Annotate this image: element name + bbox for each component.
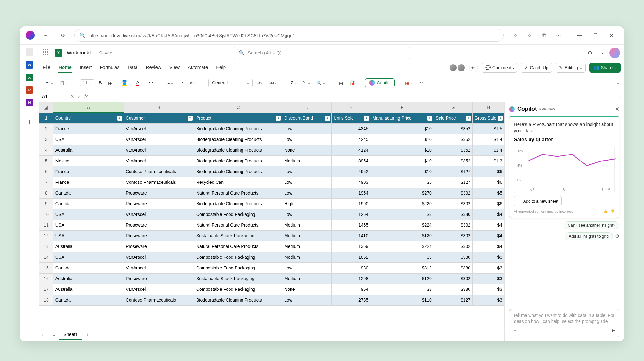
account-avatar[interactable] [609, 48, 620, 58]
row-header-1[interactable]: 1 [39, 113, 53, 123]
collections-icon[interactable]: ⧉ [538, 30, 550, 41]
cell[interactable]: $1,5 [473, 123, 504, 134]
cell[interactable]: 954 [331, 284, 370, 295]
suggestion-another-insight[interactable]: Can I see another insight? [564, 221, 619, 229]
cell[interactable]: Compostable Food Packaging [194, 209, 282, 220]
cell[interactable]: Australia [53, 284, 124, 295]
cell[interactable]: $10 [370, 123, 434, 134]
cell[interactable]: None [282, 145, 332, 155]
cell[interactable]: $3 [473, 295, 504, 305]
row-header-3[interactable]: 3 [39, 134, 53, 145]
cell[interactable]: 1052 [331, 252, 370, 262]
refresh-suggestions-button[interactable]: ⟳ [615, 233, 619, 239]
cell[interactable]: Low [282, 177, 332, 188]
cell[interactable]: $6 [473, 177, 504, 188]
cell[interactable]: $380 [434, 262, 472, 273]
cell[interactable]: Compostable Food Packaging [194, 284, 282, 295]
cell[interactable]: $380 [434, 209, 472, 220]
cell[interactable]: $380 [434, 252, 472, 262]
col-header-D[interactable]: D [282, 102, 332, 113]
cell[interactable]: Proseware [124, 273, 194, 284]
sort-button[interactable]: ᴬ↓⌵ [301, 79, 312, 87]
col-header-B[interactable]: B [124, 102, 194, 113]
name-box[interactable]: A1⌵ [39, 91, 67, 102]
col-header-H[interactable]: H [473, 102, 504, 113]
enter-formula-icon[interactable]: ✓ [77, 94, 81, 99]
cell[interactable]: VanArsdel [124, 284, 194, 295]
cell[interactable]: USA [53, 220, 124, 230]
cell[interactable]: Low [282, 295, 332, 305]
cell[interactable]: $1,3 [473, 155, 504, 166]
tab-insert[interactable]: Insert [79, 62, 92, 73]
cell[interactable]: 1410 [331, 230, 370, 241]
filter-dropdown-icon[interactable]: ▾ [466, 116, 471, 121]
undo-button[interactable]: ↶⌵ [44, 79, 55, 87]
cell[interactable]: $127 [434, 177, 472, 188]
table-header-gross-sale[interactable]: Gross Sale▾ [473, 113, 504, 123]
fill-color-button[interactable]: 🪣⌵ [120, 79, 132, 87]
cell[interactable]: Contoso Pharmaceuticals [124, 295, 194, 305]
cell[interactable]: $120 [370, 273, 434, 284]
increase-decimal-button[interactable]: .00↘ [267, 80, 278, 86]
close-copilot-button[interactable]: ✕ [615, 106, 619, 113]
tab-automate[interactable]: Automate [187, 62, 208, 73]
cell[interactable]: Proseware [124, 241, 194, 252]
cell[interactable]: $1,4 [473, 134, 504, 145]
minimize-button[interactable]: — [573, 30, 587, 41]
decrease-decimal-button[interactable]: .0↘ [255, 80, 264, 86]
cell[interactable]: Low [282, 123, 332, 134]
cell[interactable]: 1369 [331, 241, 370, 252]
cell[interactable]: Medium [282, 155, 332, 166]
cell[interactable]: $302 [434, 198, 472, 209]
filter-dropdown-icon[interactable]: ▾ [427, 116, 432, 121]
cell[interactable]: $4 [473, 220, 504, 230]
cell[interactable]: $4 [473, 241, 504, 252]
row-header-8[interactable]: 8 [39, 188, 53, 198]
cell[interactable]: 4345 [331, 123, 370, 134]
cell[interactable]: VanArsdel [124, 209, 194, 220]
row-header-14[interactable]: 14 [39, 252, 53, 262]
cell[interactable]: 1298 [331, 273, 370, 284]
cell[interactable]: Low [282, 166, 332, 177]
cell[interactable]: $127 [434, 166, 472, 177]
cell[interactable]: 3954 [331, 155, 370, 166]
tab-review[interactable]: Review [145, 62, 162, 73]
back-button[interactable]: ← [40, 30, 52, 41]
cell[interactable]: Australia [53, 241, 124, 252]
row-header-11[interactable]: 11 [39, 220, 53, 230]
cell[interactable]: High [282, 198, 332, 209]
rail-onenote[interactable]: N [26, 99, 33, 106]
cell[interactable]: Proseware [124, 230, 194, 241]
cell[interactable]: 1465 [331, 220, 370, 230]
tab-help[interactable]: Help [215, 62, 226, 73]
cell[interactable]: USA [53, 209, 124, 220]
cell[interactable]: 2785 [331, 295, 370, 305]
maximize-button[interactable]: ☐ [589, 30, 602, 41]
thumbs-up-button[interactable]: 👍 [603, 209, 608, 213]
all-sheets-button[interactable]: ≡ [53, 332, 55, 337]
cell[interactable]: $6 [473, 198, 504, 209]
cell[interactable]: $312 [370, 262, 434, 273]
filter-dropdown-icon[interactable]: ▾ [117, 116, 122, 121]
address-bar[interactable]: 🔍 https://onedrive.live.com/:w:/t/EaCKkP… [74, 29, 504, 42]
cell[interactable]: $302 [434, 230, 472, 241]
row-header-17[interactable]: 17 [39, 284, 53, 295]
cell[interactable]: Canada [53, 198, 124, 209]
copilot-input[interactable]: Tell me what you want to do with data in… [509, 309, 619, 337]
row-header-12[interactable]: 12 [39, 230, 53, 241]
cell[interactable]: $352 [434, 134, 472, 145]
search-box[interactable]: 🔍 Search (Alt + Q) [234, 47, 410, 59]
cell[interactable]: $110 [370, 295, 434, 305]
filter-dropdown-icon[interactable]: ▾ [498, 116, 503, 121]
cell[interactable]: $3 [473, 273, 504, 284]
profile-avatar[interactable] [26, 31, 35, 40]
cell[interactable]: $10 [370, 155, 434, 166]
format-table-button[interactable]: ▦⌵ [403, 79, 414, 87]
table-header-units-sold[interactable]: Units Sold▾ [331, 113, 370, 123]
cell[interactable]: 1254 [331, 209, 370, 220]
cell[interactable]: 1990 [331, 198, 370, 209]
cell[interactable]: $10 [370, 145, 434, 155]
align-button[interactable]: ≡⌵ [165, 79, 175, 87]
cell[interactable]: VanArsdel [124, 155, 194, 166]
cell[interactable]: $352 [434, 145, 472, 155]
